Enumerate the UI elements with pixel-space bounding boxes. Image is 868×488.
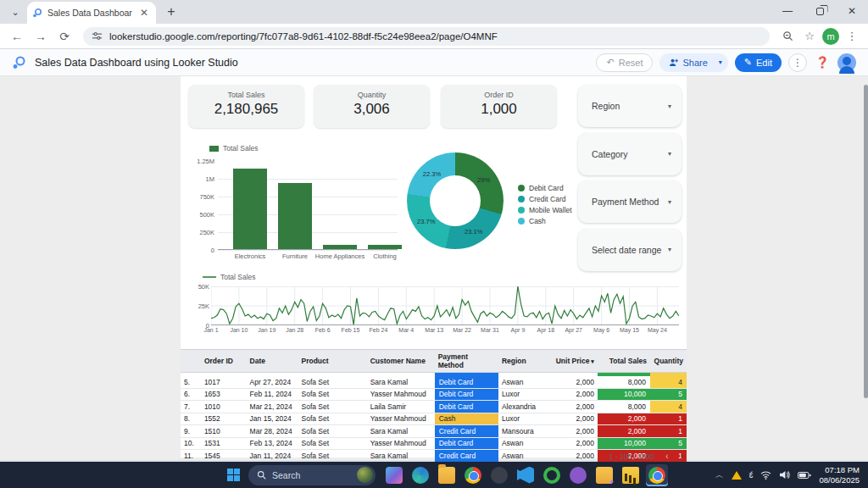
- scrollbar-thumb[interactable]: [864, 85, 868, 398]
- forward-button[interactable]: →: [31, 26, 51, 47]
- user-avatar[interactable]: [837, 53, 856, 72]
- column-header-total-sales[interactable]: Total Sales: [598, 350, 650, 373]
- scorecard-total-sales[interactable]: Total Sales2,180,965: [188, 85, 304, 128]
- chevron-down-icon[interactable]: ▾: [668, 246, 671, 253]
- restore-button[interactable]: [804, 0, 836, 22]
- start-button[interactable]: [222, 464, 244, 486]
- scorecard-order-id[interactable]: Order ID1,000: [441, 85, 557, 128]
- taskbar-clock[interactable]: 07:18 PM 08/06/2025: [819, 465, 860, 485]
- table-row[interactable]: 5.1017Apr 27, 2024Sofa SetSara KamalDebi…: [181, 376, 687, 389]
- column-header-payment-method[interactable]: Payment Method: [435, 350, 498, 373]
- legend-item-debit-card[interactable]: Debit Card: [518, 184, 572, 192]
- battery-icon[interactable]: [798, 471, 811, 480]
- close-button[interactable]: ✕: [836, 0, 868, 22]
- taskbar-app-chrome[interactable]: [462, 464, 484, 486]
- back-button[interactable]: ←: [7, 26, 27, 47]
- column-header-row-number[interactable]: [181, 350, 201, 373]
- table-cell-quantity: 1: [650, 413, 687, 425]
- taskbar-app-powerbi[interactable]: [620, 464, 642, 486]
- table-cell-payment: Debit Card: [435, 401, 498, 413]
- reload-button[interactable]: ⟳: [54, 26, 75, 47]
- table-cell-unit-price: 2,000: [552, 425, 598, 438]
- donut-chart[interactable]: 29%23.1%23.7%22.3% Debit CardCredit Card…: [397, 148, 596, 263]
- taskbar-app-explorer[interactable]: [436, 464, 458, 486]
- table-row[interactable]: 7.1010Mar 21, 2024Sofa SetLaila SamirDeb…: [181, 401, 687, 413]
- column-header-order-id[interactable]: Order ID: [201, 350, 247, 373]
- browser-tab[interactable]: Sales Data Dashboard using Lo ✕: [27, 2, 156, 24]
- taskbar-app-github[interactable]: [567, 464, 589, 486]
- next-page-icon[interactable]: ›: [681, 452, 683, 461]
- edit-button[interactable]: ✎Edit: [735, 53, 782, 72]
- minimize-button[interactable]: —: [771, 0, 804, 22]
- bar-electronics[interactable]: [233, 169, 267, 249]
- taskbar-app-vscode[interactable]: [515, 464, 537, 486]
- wifi-icon[interactable]: [760, 470, 771, 480]
- table-cell-payment: Credit Card: [435, 450, 498, 463]
- reset-button[interactable]: ↶Reset: [596, 53, 653, 72]
- language-indicator[interactable]: ɛ́: [749, 470, 754, 480]
- prev-page-icon[interactable]: ‹: [665, 452, 668, 461]
- bookmark-star-icon[interactable]: ☆: [800, 27, 819, 46]
- payment-badge: Credit Card: [435, 450, 498, 462]
- taskbar-app-store[interactable]: [383, 464, 405, 486]
- line-chart[interactable]: Total Sales 50K25K0 Jan 1Jan 10Jan 19Jan…: [192, 273, 682, 336]
- site-info-icon[interactable]: [92, 30, 103, 42]
- zoom-icon[interactable]: [778, 27, 797, 46]
- browser-profile-avatar[interactable]: m: [822, 28, 839, 45]
- table-cell: 1510: [201, 425, 247, 438]
- donut-legend: Debit CardCredit CardMobile WalletCash: [518, 184, 572, 228]
- taskbar-search[interactable]: Search: [248, 465, 376, 485]
- column-header-unit-price[interactable]: Unit Price ▾: [552, 350, 598, 373]
- sort-icon[interactable]: ▾: [589, 358, 593, 364]
- table-row[interactable]: 9.1510Mar 28, 2024Sofa SetSara KamalCred…: [181, 425, 687, 438]
- legend-item-mobile-wallet[interactable]: Mobile Wallet: [518, 206, 572, 214]
- data-table[interactable]: Order IDDateProductCustomer NamePayment …: [181, 349, 687, 458]
- chevron-down-icon[interactable]: ▾: [668, 150, 671, 158]
- column-header-date[interactable]: Date: [247, 350, 298, 373]
- tab-title: Sales Data Dashboard using Lo: [47, 8, 132, 18]
- search-highlight-image[interactable]: [357, 467, 373, 483]
- tab-search-button[interactable]: ⌄: [5, 2, 25, 22]
- share-dropdown-caret[interactable]: ▾: [719, 58, 722, 66]
- bar-furniture[interactable]: [278, 183, 312, 249]
- column-header-quantity[interactable]: Quantity: [650, 350, 687, 373]
- address-bar[interactable]: lookerstudio.google.com/reporting/7fc077…: [83, 27, 770, 46]
- drive-icon[interactable]: [732, 471, 742, 480]
- column-header-region[interactable]: Region: [498, 350, 552, 373]
- table-row[interactable]: 6.1653Feb 11, 2024Sofa SetYasser Mahmoud…: [181, 388, 687, 401]
- more-options-button[interactable]: ⋮: [788, 53, 807, 72]
- ring-app-icon: [543, 467, 560, 484]
- table-header-row[interactable]: Order IDDateProductCustomer NamePayment …: [181, 350, 687, 373]
- legend-item-cash[interactable]: Cash: [518, 217, 572, 225]
- browser-menu-icon[interactable]: ⋮: [843, 27, 861, 46]
- taskbar-app-dark[interactable]: [488, 464, 510, 486]
- bar-chart[interactable]: Total Sales 1.25M1M750K500K250K0Electron…: [192, 144, 404, 267]
- scorecard-quantity[interactable]: Quantity3,006: [314, 85, 430, 128]
- table-row[interactable]: 8.1552Jan 15, 2024Sofa SetYasser Mahmoud…: [181, 413, 687, 425]
- bar-chart-legend: Total Sales: [209, 144, 404, 152]
- table-row[interactable]: 10.1531Feb 13, 2024Sofa SetYasser Mahmou…: [181, 437, 687, 450]
- filter-region[interactable]: Region▾: [578, 85, 682, 127]
- share-button[interactable]: Share ▾: [659, 53, 727, 72]
- legend-item-credit-card[interactable]: Credit Card: [518, 195, 572, 203]
- taskbar-app-chrome-active[interactable]: [646, 464, 668, 486]
- column-header-customer-name[interactable]: Customer Name: [367, 350, 435, 373]
- taskbar-app-ring[interactable]: [541, 464, 563, 486]
- undo-icon: ↶: [606, 57, 614, 68]
- tab-close-icon[interactable]: ✕: [137, 7, 151, 19]
- total-sales-cell: 8,000: [598, 401, 650, 413]
- search-placeholder: Search: [272, 470, 351, 480]
- chevron-down-icon[interactable]: ▾: [668, 103, 671, 110]
- page-scrollbar[interactable]: [863, 76, 868, 460]
- taskbar-app-edge[interactable]: [409, 464, 431, 486]
- table-cell-unit-price: 2,000: [552, 450, 598, 463]
- page-content: Total Sales2,180,965Quantity3,006Order I…: [0, 76, 868, 460]
- volume-icon[interactable]: [779, 470, 790, 480]
- taskbar-app-project[interactable]: [593, 464, 615, 486]
- chevron-down-icon[interactable]: ▾: [668, 198, 671, 206]
- new-tab-button[interactable]: +: [161, 2, 181, 22]
- help-icon[interactable]: ❓: [814, 56, 831, 69]
- tray-chevron-icon[interactable]: ︿: [715, 469, 724, 481]
- column-header-product[interactable]: Product: [298, 350, 366, 373]
- bar-home-appliances[interactable]: [323, 245, 357, 249]
